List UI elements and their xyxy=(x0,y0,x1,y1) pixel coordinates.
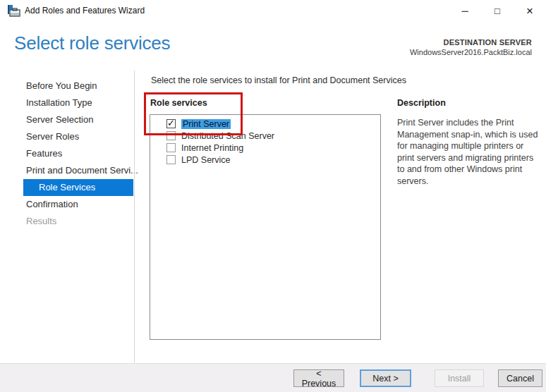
role-service-label: Internet Printing xyxy=(181,143,243,153)
window-controls: ─ □ × xyxy=(449,0,546,21)
minimize-button[interactable]: ─ xyxy=(449,0,481,21)
wizard-app-icon xyxy=(7,4,20,17)
sidebar-item-server-selection[interactable]: Server Selection xyxy=(0,111,134,128)
role-services-listbox: ✓ Print Server Distributed Scan Server I… xyxy=(150,114,381,340)
lpd-service-checkbox[interactable] xyxy=(166,155,176,164)
cancel-button[interactable]: Cancel xyxy=(498,369,542,387)
page-instruction: Select the role services to install for … xyxy=(151,75,406,85)
close-icon: × xyxy=(526,5,533,17)
sidebar-item-features[interactable]: Features xyxy=(0,145,134,162)
internet-printing-checkbox[interactable] xyxy=(166,143,176,152)
print-server-checkbox[interactable]: ✓ xyxy=(166,119,176,128)
previous-button[interactable]: < Previous xyxy=(293,369,344,387)
maximize-button[interactable]: □ xyxy=(481,0,514,21)
role-services-group-label: Role services xyxy=(150,98,207,108)
install-button[interactable]: Install xyxy=(435,369,484,387)
sidebar-item-results: Results xyxy=(0,213,134,230)
role-service-label: LPD Service xyxy=(181,155,230,165)
role-service-label: Print Server xyxy=(181,119,231,129)
role-service-row-internet-printing[interactable]: Internet Printing xyxy=(150,142,380,154)
checkmark-icon: ✓ xyxy=(167,118,175,128)
distributed-scan-server-checkbox[interactable] xyxy=(166,131,176,140)
sidebar-divider xyxy=(134,71,135,362)
role-service-label: Distributed Scan Server xyxy=(181,131,274,141)
sidebar-item-role-services[interactable]: Role Services xyxy=(23,179,133,196)
close-button[interactable]: × xyxy=(514,0,546,21)
wizard-steps-sidebar: Before You Begin Installation Type Serve… xyxy=(0,71,134,362)
window-title: Add Roles and Features Wizard xyxy=(25,6,145,16)
sidebar-item-before-you-begin[interactable]: Before You Begin xyxy=(0,78,134,94)
sidebar-item-installation-type[interactable]: Installation Type xyxy=(0,94,134,111)
role-service-row-distributed-scan-server[interactable]: Distributed Scan Server xyxy=(150,130,380,142)
maximize-icon: □ xyxy=(495,6,500,16)
destination-server-name: WindowsServer2016.PacktBiz.local xyxy=(410,48,532,56)
role-service-row-print-server[interactable]: ✓ Print Server xyxy=(150,118,380,130)
description-text: Print Server includes the Print Manageme… xyxy=(397,117,540,187)
next-button[interactable]: Next > xyxy=(360,369,411,387)
sidebar-item-confirmation[interactable]: Confirmation xyxy=(0,196,134,213)
sidebar-item-print-and-document-services[interactable]: Print and Document Servi... xyxy=(0,162,134,179)
description-title: Description xyxy=(397,98,540,108)
page-title: Select role services xyxy=(14,32,170,54)
role-service-row-lpd-service[interactable]: LPD Service xyxy=(150,154,380,166)
titlebar: Add Roles and Features Wizard ─ □ × xyxy=(0,0,546,21)
destination-server-label: DESTINATION SERVER xyxy=(410,38,532,47)
sidebar-item-server-roles[interactable]: Server Roles xyxy=(0,128,134,145)
description-panel: Description Print Server includes the Pr… xyxy=(397,98,540,187)
minimize-icon: ─ xyxy=(461,6,468,16)
destination-server-block: DESTINATION SERVER WindowsServer2016.Pac… xyxy=(410,38,532,56)
